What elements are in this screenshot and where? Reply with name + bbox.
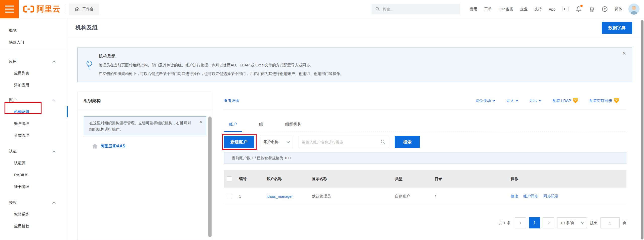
tab-groups[interactable]: 组 <box>254 117 268 132</box>
filter-field-select[interactable]: 账户名称 <box>260 136 293 148</box>
chevron-down-icon <box>287 140 290 143</box>
export-dropdown[interactable]: 导出 <box>530 98 541 103</box>
cell-type: 自建账户 <box>395 194 435 199</box>
tab-org-structure[interactable]: 组织机构 <box>280 117 306 132</box>
chevron-up-icon <box>52 150 56 154</box>
aliyun-logo[interactable]: 阿里云 <box>23 4 61 14</box>
col-header-operations: 操作 <box>511 177 626 181</box>
sidebar-item-category-mgmt[interactable]: 分类管理 <box>0 129 68 141</box>
sidebar-item-app-list[interactable]: 应用列表 <box>0 67 68 79</box>
banner-title: 机构及组 <box>99 53 116 59</box>
search-icon <box>375 7 380 12</box>
sidebar-group-authorization[interactable]: 授权 <box>0 196 68 208</box>
chevron-down-icon <box>581 221 584 224</box>
sidebar-group-authentication[interactable]: 认证 <box>0 145 68 157</box>
sidebar-group-audit[interactable]: 审计 <box>0 236 68 240</box>
sidebar-group-applications[interactable]: 应用 <box>0 55 68 67</box>
prev-page-button[interactable] <box>515 217 526 228</box>
svg-text:?: ? <box>604 8 606 11</box>
topbar-icons: ? <box>562 6 608 12</box>
next-page-button[interactable] <box>543 217 554 228</box>
pagination: 共 1 条 1 10 条/页 跳至 页 <box>499 217 626 229</box>
search-icon <box>380 139 386 145</box>
quota-info-bar: 当前账户数 1 / 已购套餐规格为 100 <box>224 152 626 164</box>
language-switcher[interactable]: 简体 <box>615 7 622 12</box>
close-icon[interactable]: × <box>199 119 202 125</box>
chevron-left-icon <box>519 221 522 224</box>
modify-link[interactable]: 修改 <box>511 194 518 199</box>
home-icon <box>74 6 80 12</box>
org-tooltip-text: 在这里对组织架构进行管理。左键可选择组织机构，右键可对组织机构进行操作。 <box>89 121 191 131</box>
position-change-dropdown[interactable]: 岗位变动 <box>476 98 495 103</box>
notification-dot <box>580 5 583 7</box>
sidebar-item-quickstart[interactable]: 快速入门 <box>0 36 68 48</box>
menu-item-icp[interactable]: ICP 备案 <box>498 7 513 12</box>
data-dictionary-button[interactable]: 数据字典 <box>602 22 632 34</box>
idaas-console: 阿里云 工作台 费用 工单 ICP 备案 企业 支持 App <box>0 0 644 240</box>
account-name-link[interactable]: idaas_manager <box>267 194 312 198</box>
account-sync-link[interactable]: 账户同步 <box>523 194 538 199</box>
banner-description: 管理员在当前页面对组织架构、部门及其包含的组、账户进行管理，也可以使用AD、LD… <box>99 61 344 78</box>
aliyun-logo-text: 阿里云 <box>36 4 61 14</box>
account-search-input[interactable] <box>302 140 378 144</box>
cell-directory: / <box>435 194 511 198</box>
user-avatar[interactable] <box>628 4 639 15</box>
page-scrollbar[interactable] <box>641 20 643 239</box>
org-tree-root-node[interactable]: 阿里云IDAAS <box>92 143 125 149</box>
current-page-button[interactable]: 1 <box>529 217 540 228</box>
info-banner: 机构及组 管理员在当前页面对组织架构、部门及其包含的组、账户进行管理，也可以使用… <box>77 48 632 82</box>
chevron-down-icon <box>515 99 518 101</box>
sidebar-item-org-and-groups[interactable]: 机构及组 <box>0 106 68 117</box>
sidebar-item-add-app[interactable]: 添加应用 <box>0 79 68 91</box>
chevron-up-icon <box>52 202 56 205</box>
sidebar-item-radius[interactable]: RADIUS <box>0 169 68 181</box>
configure-ldap-link[interactable]: 配置 LDAPV <box>553 98 578 103</box>
jump-to-page-input[interactable] <box>600 217 620 228</box>
cell-no: 1 <box>239 194 267 198</box>
sidebar-group-accounts[interactable]: 账户 <box>0 94 68 106</box>
jump-to-label: 跳至 <box>590 221 597 225</box>
new-account-button[interactable]: 新建账户 <box>224 136 254 148</box>
terminal-icon[interactable] <box>562 6 569 12</box>
row-checkbox[interactable] <box>227 194 232 199</box>
sidebar-item-auth-source[interactable]: 认证源 <box>0 157 68 169</box>
col-header-type: 类型 <box>395 177 435 181</box>
help-icon[interactable]: ? <box>601 6 608 12</box>
sidebar-item-cert-mgmt[interactable]: 证书管理 <box>0 181 68 192</box>
sidebar-item-overview[interactable]: 概览 <box>0 24 68 36</box>
chevron-up-icon <box>52 99 56 102</box>
menu-item-app[interactable]: App <box>549 7 555 11</box>
global-search-input[interactable] <box>383 7 457 11</box>
menu-item-enterprise[interactable]: 企业 <box>520 7 528 12</box>
sidebar-item-permission-system[interactable]: 权限系统 <box>0 208 68 220</box>
page-size-select[interactable]: 10 条/页 <box>557 217 587 228</box>
notification-bell-icon[interactable] <box>575 6 582 12</box>
sidebar-divider <box>0 50 68 50</box>
page-title: 机构及组 <box>75 24 98 31</box>
sidebar-item-app-authorization[interactable]: 应用授权 <box>0 220 68 232</box>
org-tree-tooltip: 在这里对组织架构进行管理。左键可选择组织机构，右键可对组织机构进行操作。 × <box>84 116 206 135</box>
select-all-checkbox[interactable] <box>227 176 232 181</box>
active-indicator <box>67 106 68 117</box>
sync-record-link[interactable]: 同步记录 <box>543 194 558 199</box>
org-structure-panel: 组织架构 在这里对组织架构进行管理。左键可选择组织机构，右键可对组织机构进行操作… <box>77 92 213 240</box>
import-dropdown[interactable]: 导入 <box>506 98 518 103</box>
workbench-button[interactable]: 工作台 <box>69 4 99 15</box>
tab-accounts[interactable]: 账户 <box>224 117 242 132</box>
cart-icon[interactable] <box>588 6 595 12</box>
menu-item-tickets[interactable]: 工单 <box>484 7 492 12</box>
close-icon[interactable]: × <box>622 50 626 56</box>
topbar-divider <box>65 5 65 13</box>
menu-item-billing[interactable]: 费用 <box>470 7 477 12</box>
org-panel-scrollbar[interactable] <box>208 116 212 237</box>
col-header-directory: 目录 <box>435 177 511 181</box>
search-button[interactable]: 搜索 <box>395 136 420 148</box>
org-panel-title: 组织架构 <box>77 92 213 110</box>
vip-badge-icon: V <box>573 98 578 103</box>
view-details-link[interactable]: 查看详情 <box>224 98 239 103</box>
configure-dingtalk-sync-link[interactable]: 配置钉钉同步V <box>589 98 619 103</box>
toolbar-actions: 岗位变动 导入 导出 配置 LDAPV 配置钉钉同步V <box>476 98 619 103</box>
hamburger-menu-button[interactable] <box>0 0 19 18</box>
menu-item-support[interactable]: 支持 <box>534 7 542 12</box>
sidebar-item-account-mgmt[interactable]: 账户管理 <box>0 117 68 129</box>
